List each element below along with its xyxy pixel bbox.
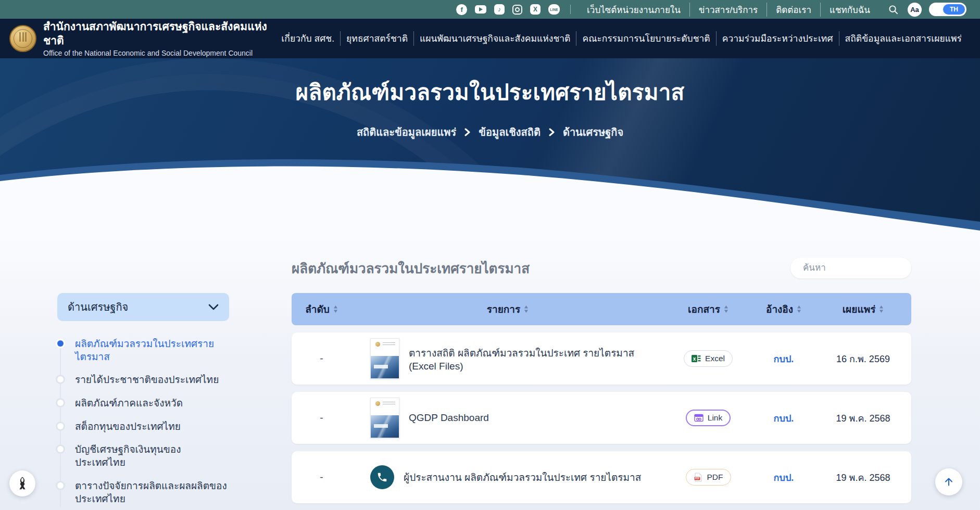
sidebar-item-national-income[interactable]: รายได้ประชาชาติของประเทศไทย <box>57 368 229 392</box>
main-panel: ผลิตภัณฑ์มวลรวมในประเทศรายไตรมาส ลำดับ ร… <box>292 253 911 510</box>
external-link-icon <box>694 413 703 423</box>
font-size-button[interactable]: Aa <box>908 3 922 17</box>
back-to-top-button[interactable] <box>935 468 962 495</box>
sort-icon <box>879 305 884 313</box>
excel-file-icon: x <box>692 354 701 363</box>
document-thumbnail[interactable] <box>370 338 399 379</box>
sort-icon <box>797 305 801 313</box>
row-title[interactable]: ตารางสถิติ ผลิตภัณฑ์มวลรวมในประเทศ รายไต… <box>409 345 664 372</box>
row-title[interactable]: QGDP Dashboard <box>409 412 489 424</box>
topbar-link-internal-sites[interactable]: เว็บไซต์หน่วยงานภายใน <box>578 3 689 17</box>
wave-decoration <box>0 159 980 238</box>
black-ribbon-icon <box>15 475 30 492</box>
chevron-down-icon <box>208 304 219 310</box>
published-date: 19 พ.ค. 2568 <box>815 470 911 485</box>
topbar-link-chat[interactable]: แชทกับฉัน <box>820 3 879 17</box>
search-icon[interactable] <box>886 5 900 15</box>
bullet-dot-icon <box>57 482 64 489</box>
brand[interactable]: สำนักงานสภาพัฒนาการเศรษฐกิจและสังคมแห่งช… <box>9 20 275 57</box>
table-header: ลำดับ รายการ เอกสาร อ้างอิง เผยแพร่ <box>292 293 911 325</box>
page-title: ผลิตภัณฑ์มวลรวมในประเทศรายไตรมาส <box>0 58 980 109</box>
language-toggle[interactable]: TH <box>929 3 966 16</box>
table-search[interactable] <box>790 258 911 278</box>
sidebar-item-flow-of-funds[interactable]: บัญชีเศรษฐกิจเงินทุนของประเทศไทย <box>57 438 229 474</box>
sidebar-list: ผลิตภัณฑ์มวลรวมในประเทศรายไตรมาส รายได้ป… <box>57 333 229 510</box>
breadcrumb-statistics[interactable]: สถิติและข้อมูลเผยแพร่ <box>357 124 456 141</box>
published-date: 16 ก.พ. 2569 <box>815 351 911 366</box>
row-title[interactable]: ผู้ประสานงาน ผลิตภัณฑ์มวลรวมในประเทศ ราย… <box>404 469 641 485</box>
sort-icon <box>724 305 728 313</box>
mourning-ribbon-button[interactable] <box>9 470 35 496</box>
table-row: - QGDP Dashboard Link กบป. 19 พ.ค. 2568 <box>292 392 911 444</box>
x-icon[interactable]: X <box>530 4 541 15</box>
topbar-link-contact-us[interactable]: ติดต่อเรา <box>767 3 820 17</box>
reference-link[interactable]: กบป. <box>774 470 794 485</box>
instagram-icon[interactable] <box>512 5 522 15</box>
category-dropdown[interactable]: ด้านเศรษฐกิจ <box>57 293 229 321</box>
pdf-badge[interactable]: PDF PDF <box>686 469 731 486</box>
nav-national-strategy[interactable]: ยุทธศาสตร์ชาติ <box>340 31 413 46</box>
topbar-links: เว็บไซต์หน่วยงานภายใน ข่าวสาร/บริการ ติด… <box>578 3 879 17</box>
column-header-item[interactable]: รายการ <box>351 301 664 317</box>
site-header: สำนักงานสภาพัฒนาการเศรษฐกิจและสังคมแห่งช… <box>0 19 980 58</box>
column-header-document[interactable]: เอกสาร <box>664 301 752 317</box>
sidebar: ด้านเศรษฐกิจ ผลิตภัณฑ์มวลรวมในประเทศรายไ… <box>57 293 229 510</box>
svg-text:x: x <box>693 356 696 362</box>
row-order: - <box>292 353 351 364</box>
chevron-right-icon <box>549 128 555 136</box>
nav-statistics-publications[interactable]: สถิติข้อมูลและเอกสารเผยแพร่ <box>839 31 968 46</box>
org-name-thai: สำนักงานสภาพัฒนาการเศรษฐกิจและสังคมแห่งช… <box>43 20 275 47</box>
youtube-icon[interactable] <box>475 5 486 14</box>
hero-banner: ผลิตภัณฑ์มวลรวมในประเทศรายไตรมาส สถิติแล… <box>0 58 980 238</box>
table-row: - ผู้ประสานงาน ผลิตภัณฑ์มวลรวมในประเทศ ร… <box>292 451 911 503</box>
divider <box>570 5 571 14</box>
facebook-icon[interactable]: f <box>456 4 467 15</box>
svg-text:PDF: PDF <box>695 477 699 480</box>
bullet-dot-icon <box>57 340 64 347</box>
sort-icon <box>524 305 529 313</box>
topbar-link-news-services[interactable]: ข่าวสาร/บริการ <box>689 3 767 17</box>
bullet-dot-icon <box>57 376 64 382</box>
link-badge[interactable]: Link <box>686 410 731 426</box>
column-header-published[interactable]: เผยแพร่ <box>815 301 911 317</box>
excel-badge[interactable]: x Excel <box>684 350 733 367</box>
language-label: TH <box>943 4 965 15</box>
table-row: - ตารางสถิติ ผลิตภัณฑ์มวลรวมในประเทศ ราย… <box>292 333 911 385</box>
breadcrumb-statistical-data[interactable]: ข้อมูลเชิงสถิติ <box>479 124 541 141</box>
up-arrow-icon <box>942 475 956 489</box>
bullet-dot-icon <box>57 423 64 429</box>
social-icons: f ♪ X LINE <box>456 4 560 15</box>
topbar: f ♪ X LINE เว็บไซต์หน่วยงานภายใน ข่าวสาร… <box>0 0 980 19</box>
nav-about[interactable]: เกี่ยวกับ สศช. <box>275 31 340 46</box>
nav-national-policy-committee[interactable]: คณะกรรมการนโยบายระดับชาติ <box>576 31 715 46</box>
tiktok-icon[interactable]: ♪ <box>494 4 505 15</box>
line-icon[interactable]: LINE <box>548 4 560 15</box>
bullet-dot-icon <box>57 400 64 406</box>
document-thumbnail[interactable] <box>370 398 399 438</box>
category-dropdown-label: ด้านเศรษฐกิจ <box>68 299 128 315</box>
sidebar-item-quarterly-gdp[interactable]: ผลิตภัณฑ์มวลรวมในประเทศรายไตรมาส <box>57 333 229 368</box>
nesdc-emblem-logo <box>9 25 36 52</box>
nav-international-cooperation[interactable]: ความร่วมมือระหว่างประเทศ <box>716 31 839 46</box>
row-order: - <box>292 471 351 483</box>
sidebar-item-gross-regional-product[interactable]: ผลิตภัณฑ์ภาคและจังหวัด <box>57 392 229 415</box>
pdf-file-icon: PDF <box>694 473 703 482</box>
row-order: - <box>292 412 351 424</box>
breadcrumb-economic[interactable]: ด้านเศรษฐกิจ <box>563 124 623 141</box>
content-area: ด้านเศรษฐกิจ ผลิตภัณฑ์มวลรวมในประเทศรายไ… <box>0 238 980 510</box>
sidebar-item-capital-stock[interactable]: สต็อกทุนของประเทศไทย <box>57 415 229 439</box>
published-date: 19 พ.ค. 2568 <box>815 411 911 426</box>
breadcrumb: สถิติและข้อมูลเผยแพร่ ข้อมูลเชิงสถิติ ด้… <box>0 124 980 141</box>
main-navigation: เกี่ยวกับ สศช. ยุทธศาสตร์ชาติ แผนพัฒนาเศ… <box>275 31 968 46</box>
chevron-right-icon <box>464 128 470 136</box>
reference-link[interactable]: กบป. <box>774 411 794 426</box>
column-header-reference[interactable]: อ้างอิง <box>752 301 815 317</box>
nav-development-plan[interactable]: แผนพัฒนาเศรษฐกิจและสังคมแห่งชาติ <box>413 31 576 46</box>
search-input[interactable] <box>803 263 918 273</box>
sidebar-item-input-output-table[interactable]: ตารางปัจจัยการผลิตและผลผลิตของประเทศไทย <box>57 475 229 510</box>
sort-icon <box>333 305 338 313</box>
bullet-dot-icon <box>57 446 64 452</box>
column-header-order[interactable]: ลำดับ <box>292 301 351 317</box>
phone-icon[interactable] <box>370 465 394 489</box>
reference-link[interactable]: กบป. <box>774 351 794 366</box>
